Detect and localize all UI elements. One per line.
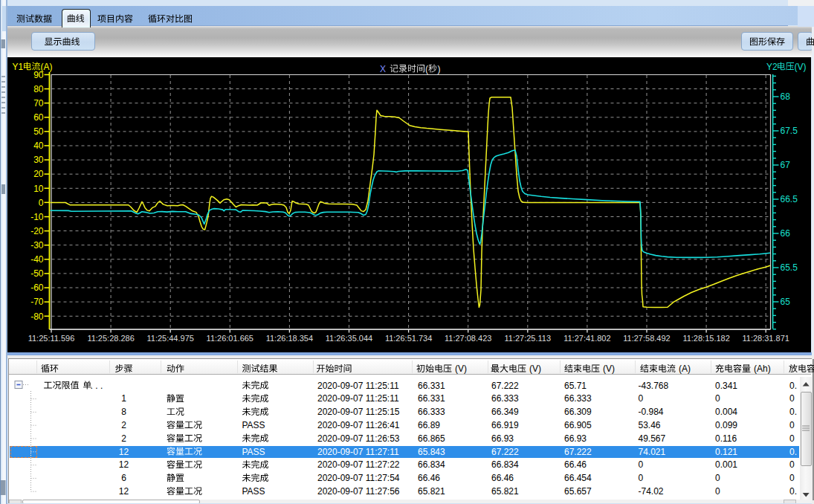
svg-text:0.004: 0.004 [715,407,737,417]
svg-text:2020-09-07 11:26:41: 2020-09-07 11:26:41 [317,420,400,430]
svg-text:0.341: 0.341 [715,381,737,391]
svg-text:66.331: 66.331 [418,381,445,391]
svg-text:12: 12 [119,459,129,470]
svg-text:66.333: 66.333 [564,393,592,404]
svg-text:(V): (V) [455,364,467,374]
svg-text:2020-09-07 11:26:53: 2020-09-07 11:26:53 [317,433,400,444]
svg-text:0: 0 [715,473,720,483]
svg-text:(V): (V) [603,364,615,374]
svg-text:0: 0 [639,459,644,470]
svg-text:PASS: PASS [242,447,265,457]
svg-text:8: 8 [121,407,126,417]
svg-text:0: 0 [789,473,795,483]
svg-text:2020-09-07 11:27:22: 2020-09-07 11:27:22 [317,459,400,470]
svg-text:0: 0 [789,433,795,444]
svg-text:(Ah): (Ah) [754,364,771,374]
svg-text:-0.984: -0.984 [639,407,664,417]
svg-text:67.222: 67.222 [491,447,519,457]
svg-text:1: 1 [121,393,126,404]
svg-text:66.349: 66.349 [491,407,519,417]
svg-text:66.454: 66.454 [564,473,592,483]
svg-text:2: 2 [121,420,126,430]
svg-text:0: 0 [639,393,644,404]
svg-text:66.919: 66.919 [491,420,519,430]
svg-text:PASS: PASS [242,420,265,430]
svg-text:66.905: 66.905 [564,420,592,430]
svg-text:65.71: 65.71 [564,381,587,391]
svg-text:66.865: 66.865 [418,433,445,444]
svg-text:0: 0 [715,393,720,404]
svg-text:0.: 0. [789,407,797,417]
svg-text:0.099: 0.099 [715,420,737,430]
svg-text:0: 0 [789,393,795,404]
svg-text:(A): (A) [679,364,691,374]
svg-text:-74.02: -74.02 [639,486,664,497]
svg-text:0.: 0. [789,486,797,497]
svg-text:6: 6 [121,473,126,483]
svg-text:66.834: 66.834 [491,459,519,470]
svg-text:65.821: 65.821 [491,486,519,497]
svg-text:0.116: 0.116 [715,433,737,444]
svg-text:2020-09-07 11:27:56: 2020-09-07 11:27:56 [317,486,400,497]
svg-text:-43.768: -43.768 [639,381,669,391]
svg-text:2020-09-07 11:27:54: 2020-09-07 11:27:54 [317,473,400,483]
svg-text:0: 0 [715,486,720,497]
svg-text:0: 0 [789,420,795,430]
svg-text:2020-09-07 11:25:15: 2020-09-07 11:25:15 [317,407,400,417]
svg-text:PASS: PASS [242,486,265,497]
svg-text:66.46: 66.46 [491,473,514,483]
svg-text:66.333: 66.333 [418,407,445,417]
svg-text:67.222: 67.222 [564,447,592,457]
svg-text:12: 12 [119,447,129,457]
svg-text:0: 0 [639,473,644,483]
svg-text:(V): (V) [529,364,541,374]
svg-text:66.46: 66.46 [564,459,587,470]
svg-text:0.: 0. [789,447,797,457]
svg-text:66.309: 66.309 [564,407,592,417]
svg-text:65.657: 65.657 [564,486,592,497]
svg-text:74.021: 74.021 [639,447,666,457]
svg-text:0.121: 0.121 [715,447,737,457]
svg-text:49.567: 49.567 [639,433,666,444]
svg-text:66.834: 66.834 [418,459,445,470]
svg-text:66.89: 66.89 [418,420,440,430]
svg-text:67.222: 67.222 [491,381,519,391]
svg-text:65.821: 65.821 [418,486,445,497]
svg-text:2020-09-07 11:25:11: 2020-09-07 11:25:11 [317,381,399,391]
svg-text:2020-09-07 11:25:11: 2020-09-07 11:25:11 [317,393,399,404]
svg-text:0.: 0. [789,381,797,391]
svg-text:53.46: 53.46 [639,420,661,430]
svg-text:0: 0 [789,459,795,470]
svg-text:65.843: 65.843 [418,447,445,457]
svg-text:...: ... [91,381,106,391]
svg-text:2020-09-07 11:27:11: 2020-09-07 11:27:11 [317,447,399,457]
svg-text:0.001: 0.001 [715,459,737,470]
svg-text:66.93: 66.93 [491,433,514,444]
svg-text:66.333: 66.333 [491,393,519,404]
svg-text:66.93: 66.93 [564,433,587,444]
svg-text:66.46: 66.46 [418,473,440,483]
svg-text:66.331: 66.331 [418,393,445,404]
svg-text:12: 12 [119,486,129,497]
svg-text:2: 2 [121,433,126,444]
